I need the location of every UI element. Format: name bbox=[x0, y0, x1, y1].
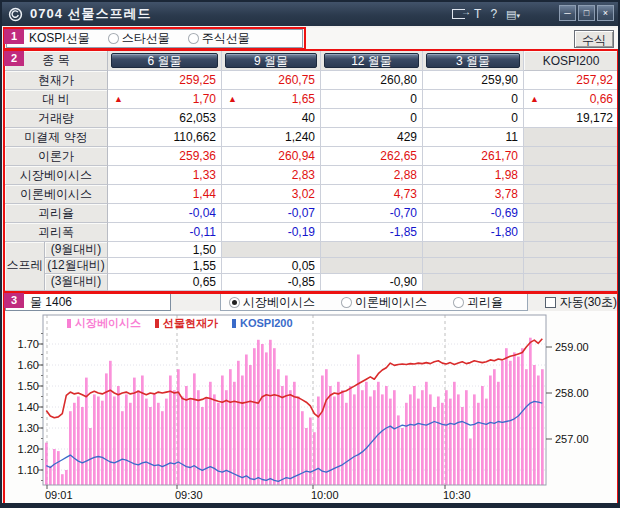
basis-bar bbox=[365, 382, 368, 485]
value-cell: ▲1,70 bbox=[108, 90, 222, 109]
value-cell: 0 bbox=[321, 90, 423, 109]
value-cell: 1,240 bbox=[222, 128, 321, 147]
value-cell: -0,90 bbox=[321, 274, 423, 290]
basis-bar bbox=[89, 428, 92, 485]
basis-bar bbox=[201, 407, 204, 485]
value-cell: ▲1,65 bbox=[222, 90, 321, 109]
empty-cell bbox=[524, 242, 619, 258]
value-cell: ▲0,66 bbox=[524, 90, 619, 109]
basis-bar bbox=[349, 386, 352, 485]
basis-bar bbox=[181, 397, 184, 486]
basis-bar bbox=[477, 403, 480, 485]
basis-bar bbox=[313, 432, 316, 485]
text-size-icon[interactable]: T bbox=[474, 8, 481, 20]
radio-product-주식선물[interactable]: 주식선물 bbox=[188, 30, 250, 47]
month-button[interactable]: 9 월물 bbox=[225, 53, 317, 68]
minimize-button[interactable]: ─ bbox=[559, 5, 576, 21]
basis-bar bbox=[485, 399, 488, 485]
menu-list-icon[interactable]: ▤▾ bbox=[506, 9, 520, 20]
radio-product-KOSPI선물[interactable]: KOSPI선물 bbox=[29, 30, 90, 47]
value-cell: 1,55 bbox=[108, 258, 222, 274]
basis-bar bbox=[265, 352, 268, 485]
radio-product-스타선물[interactable]: 스타선물 bbox=[108, 30, 170, 47]
basis-bar bbox=[441, 403, 444, 485]
radio-icon[interactable] bbox=[229, 297, 240, 308]
formula-button[interactable]: 수식 bbox=[574, 30, 614, 48]
value-cell: 262,65 bbox=[321, 147, 423, 166]
spread-sub-label: (3월대비) bbox=[45, 274, 108, 290]
help-icon[interactable]: ? bbox=[490, 8, 497, 20]
app-logo-icon bbox=[8, 7, 23, 22]
value-cell: -0,85 bbox=[222, 274, 321, 290]
basis-bar bbox=[309, 418, 312, 486]
basis-bar bbox=[137, 390, 140, 485]
basis-bar bbox=[93, 394, 96, 485]
basis-bar bbox=[193, 373, 196, 485]
basis-bar bbox=[389, 399, 392, 485]
maximize-button[interactable]: □ bbox=[578, 5, 595, 21]
row-label: 괴리폭 bbox=[5, 223, 108, 242]
month-button[interactable]: 3 월물 bbox=[426, 53, 520, 68]
value-cell: 2,88 bbox=[321, 166, 423, 185]
basis-bar bbox=[129, 403, 132, 485]
empty-cell bbox=[524, 166, 619, 185]
contract-combo[interactable]: 물 1406 bbox=[5, 293, 171, 311]
basis-bar bbox=[337, 382, 340, 485]
spread-sub-label: (9월대비) bbox=[45, 242, 108, 258]
legend-label: 시장베이시스 bbox=[75, 317, 141, 329]
chart-control-bar: 물 1406 시장베이시스이론베이시스괴리율 자동(30초) bbox=[5, 293, 619, 311]
x-tick-label: 10:30 bbox=[443, 489, 471, 501]
value-cell: -0,70 bbox=[321, 204, 423, 223]
basis-bar bbox=[109, 361, 112, 485]
basis-bar bbox=[77, 397, 80, 486]
basis-bar bbox=[189, 399, 192, 485]
basis-chart-canvas: 1.701.601.501.401.301.201.10259.00258.00… bbox=[5, 311, 619, 503]
export-window-icon[interactable] bbox=[452, 9, 465, 19]
value-cell: 4,73 bbox=[321, 185, 423, 204]
left-tick-label: 1.30 bbox=[18, 422, 39, 434]
value-cell: 1,98 bbox=[423, 166, 524, 185]
basis-bar bbox=[253, 348, 256, 485]
value-cell: 0 bbox=[321, 109, 423, 128]
value-cell: 260,80 bbox=[321, 71, 423, 90]
empty-cell bbox=[423, 242, 524, 258]
basis-bar bbox=[217, 403, 220, 485]
radio-icon[interactable] bbox=[108, 33, 119, 44]
basis-bar bbox=[105, 373, 108, 485]
radio-basis-이론베이시스[interactable]: 이론베이시스 bbox=[341, 294, 427, 311]
x-tick-label: 09:30 bbox=[175, 489, 203, 501]
row-label: 이론가 bbox=[5, 147, 108, 166]
basis-bar bbox=[165, 399, 168, 485]
close-button[interactable]: × bbox=[597, 5, 614, 21]
radio-icon[interactable] bbox=[188, 33, 199, 44]
basis-bar bbox=[505, 348, 508, 485]
value-cell: -0,69 bbox=[423, 204, 524, 223]
basis-bar bbox=[517, 357, 520, 485]
radio-icon[interactable] bbox=[453, 297, 464, 308]
basis-bar bbox=[65, 470, 68, 485]
radio-icon[interactable] bbox=[341, 297, 352, 308]
radio-basis-시장베이시스[interactable]: 시장베이시스 bbox=[229, 294, 315, 311]
product-type-radios: KOSPI선물스타선물주식선물 bbox=[6, 29, 303, 48]
month-button[interactable]: 6 월물 bbox=[111, 53, 218, 68]
product-type-bar: KOSPI선물스타선물주식선물 수식 bbox=[5, 28, 619, 49]
basis-bar bbox=[205, 399, 208, 485]
value-cell: 110,662 bbox=[108, 128, 222, 147]
month-header-cell: 9 월물 bbox=[222, 51, 321, 71]
basis-bar bbox=[229, 369, 232, 485]
basis-bar bbox=[469, 439, 472, 486]
annotation-badge-1: 1 bbox=[4, 29, 24, 44]
basis-bar bbox=[285, 376, 288, 486]
basis-bar bbox=[145, 399, 148, 485]
auto-refresh-area: 자동(30초) bbox=[545, 293, 617, 311]
basis-bar bbox=[509, 361, 512, 485]
basis-bar bbox=[177, 369, 180, 485]
auto-refresh-checkbox[interactable] bbox=[545, 297, 556, 308]
basis-bar bbox=[381, 394, 384, 485]
basis-bar bbox=[317, 397, 320, 486]
radio-basis-괴리율[interactable]: 괴리율 bbox=[453, 294, 503, 311]
basis-bar bbox=[81, 407, 84, 485]
month-button[interactable]: 12 월물 bbox=[324, 53, 419, 68]
value-cell: 3,78 bbox=[423, 185, 524, 204]
basis-bar bbox=[209, 382, 212, 485]
